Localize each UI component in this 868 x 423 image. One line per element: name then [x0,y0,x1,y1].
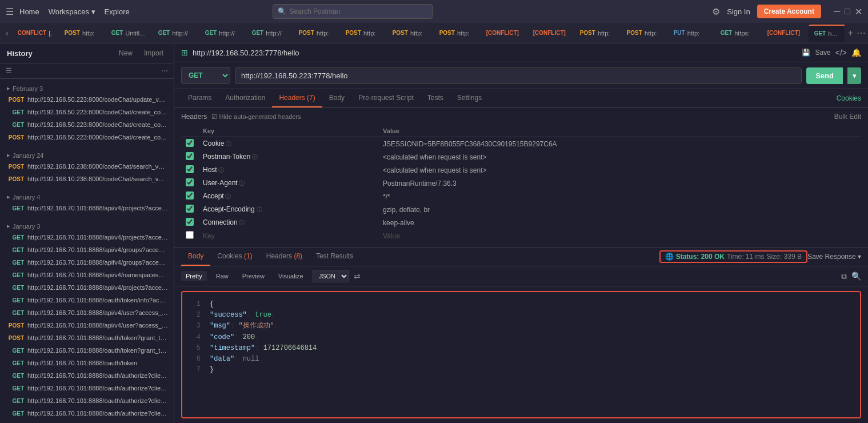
home-link[interactable]: Home [19,7,39,16]
tab-item[interactable]: GEThttp:✕ [809,25,845,42]
history-item[interactable]: POSThttp://192.168.50.223:8000/codeChat/… [0,131,174,143]
tab-item[interactable]: GEThttp:// [246,25,292,42]
history-item[interactable]: GEThttp://192.168.70.101:8888/api/v4/pro… [0,202,174,214]
history-item[interactable]: GEThttp://192.168.70.101:8888/oauth/toke… [0,294,174,306]
view-preview-button[interactable]: Preview [238,271,269,281]
add-tab-button[interactable]: + [845,28,857,38]
resp-tab-test-results[interactable]: Test Results [309,248,360,266]
history-item[interactable]: GEThttp://192.168.70.101:8888/oauth/toke… [0,357,174,369]
search-bar[interactable]: 🔍 [273,4,433,19]
minimize-button[interactable]: ─ [834,6,840,17]
explore-link[interactable]: Explore [105,7,130,16]
tab-authorization[interactable]: Authorization [218,89,272,107]
info-icon[interactable]: ⓘ [238,180,245,186]
method-select[interactable]: GET POST PUT DELETE PATCH [181,67,230,84]
cookies-link[interactable]: Cookies [837,94,861,102]
history-item[interactable]: GEThttp://192.168.70.101:8888/api/v4/pro… [0,281,174,294]
info-icon[interactable]: ⓘ [250,154,258,160]
info-icon[interactable]: ⓘ [224,141,231,147]
header-checkbox[interactable] [186,152,194,160]
save-button[interactable]: Save [815,49,830,57]
tab-item[interactable]: GEThttps: [715,25,761,42]
create-account-button[interactable]: Create Account [757,5,821,18]
notification-icon[interactable]: 🔔 [851,48,861,57]
history-item[interactable]: GEThttp://192.168.70.101:8888/oauth/toke… [0,344,174,357]
tab-params[interactable]: Params [181,89,218,107]
tab-item[interactable]: GEThttp:// [153,25,198,42]
close-button[interactable]: ✕ [855,6,862,17]
tab-body[interactable]: Body [322,89,351,107]
tab-prev-button[interactable]: ‹ [2,29,12,38]
tab-item[interactable]: POSThttp: [621,25,667,42]
history-item[interactable]: GEThttp://192.168.70.101:8888/oauth/auth… [0,394,174,407]
resp-tab-cookies[interactable]: Cookies (1) [210,248,259,266]
tab-item[interactable]: [CONFLICT][CONFLICT] [481,25,526,42]
history-item[interactable]: POSThttp://192.168.10.238:8000/codeChat/… [0,160,174,173]
history-item[interactable]: GEThttp://192.168.50.223:8000/codeChat/c… [0,106,174,118]
date-label[interactable]: ▸ February 3 [0,81,174,93]
copy-response-button[interactable]: ⧉ [841,272,847,281]
tab-item[interactable]: PUThttp: [668,25,714,42]
header-checkbox[interactable] [186,178,194,186]
header-checkbox[interactable] [186,218,194,226]
workspaces-link[interactable]: Workspaces ▾ [49,7,95,16]
tab-item[interactable]: POSThttp: [434,25,479,42]
history-item[interactable]: GEThttp://192.168.70.101:8888/api/v4/use… [0,306,174,319]
settings-icon[interactable]: ⚙ [712,6,720,17]
info-icon[interactable]: ⓘ [224,193,231,199]
search-input[interactable] [290,7,427,15]
date-label[interactable]: ▸ January 24 [0,148,174,160]
bulk-edit-button[interactable]: Bulk Edit [834,113,861,121]
hide-auto-headers-button[interactable]: ☑ Hide auto-generated headers [211,113,301,121]
history-item[interactable]: POSThttp://192.168.70.101:8888/api/v4/us… [0,319,174,332]
code-button[interactable]: </> [835,48,847,57]
search-response-button[interactable]: 🔍 [851,272,861,281]
send-button[interactable]: Send [806,67,843,84]
tab-item[interactable]: GEThttp:// [199,25,245,42]
info-icon[interactable]: ⓘ [217,167,225,173]
tab-settings[interactable]: Settings [450,89,489,107]
save-response-button[interactable]: Save Response ▾ [807,253,861,261]
import-button[interactable]: Import [141,48,167,58]
history-item[interactable]: POSThttp://192.168.50.223:8000/codeChat/… [0,93,174,106]
filter-icon[interactable]: ☰ [6,67,12,75]
new-button[interactable]: New [115,48,136,58]
format-select[interactable]: JSON XML HTML Text [313,270,349,282]
more-tabs-button[interactable]: ⋯ [857,27,866,38]
tab-item[interactable]: [CONFLICT][CONFLICT] [527,25,573,42]
hamburger-icon[interactable]: ☰ [6,6,14,17]
history-item[interactable]: POSThttp://192.168.10.238:8000/codeChat/… [0,173,174,185]
history-item[interactable]: GEThttp://192.168.70.101:8888/oauth/auth… [0,369,174,382]
tab-item[interactable]: POSThttp: [340,25,386,42]
header-checkbox[interactable] [186,139,194,147]
tab-headers[interactable]: Headers (7) [272,89,322,107]
header-checkbox[interactable] [186,165,194,173]
tab-tests[interactable]: Tests [421,89,450,107]
tab-item[interactable]: [CONFLICT][CONFLICT] [762,25,807,42]
header-empty-checkbox[interactable] [186,231,194,239]
history-item[interactable]: GEThttp://192.168.70.101:8888/api/v4/pro… [0,231,174,244]
view-pretty-button[interactable]: Pretty [181,271,207,281]
tab-item[interactable]: POSThttp: [59,25,105,42]
history-item[interactable]: GEThttp://192.168.50.223:8000/codeChat/c… [0,118,174,131]
history-item[interactable]: GEThttp://192.168.70.101:8888/oauth/auth… [0,407,174,420]
info-icon[interactable]: ⓘ [238,220,245,226]
send-dropdown-button[interactable]: ▾ [847,67,861,84]
wrap-button[interactable]: ⇄ [354,272,361,281]
resp-tab-headers[interactable]: Headers (8) [259,248,309,266]
tab-item[interactable]: POSThttp: [293,25,339,42]
header-checkbox[interactable] [186,205,194,213]
date-label[interactable]: ▸ January 4 [0,190,174,202]
header-checkbox[interactable] [186,191,194,199]
tab-item[interactable]: GETUntitl... [106,25,151,42]
sidebar-more-icon[interactable]: ⋯ [161,67,168,75]
date-label[interactable]: ▸ January 3 [0,219,174,231]
info-icon[interactable]: ⓘ [255,206,262,213]
tab-prerequest[interactable]: Pre-request Script [351,89,421,107]
sign-in-button[interactable]: Sign In [727,7,750,16]
view-raw-button[interactable]: Raw [211,271,233,281]
history-item[interactable]: GEThttp://192.168.70.101:8888/api/v4/gro… [0,244,174,256]
history-item[interactable]: GEThttp://192.168.70.101:8888/api/v4/nam… [0,269,174,281]
tab-item[interactable]: POSThttp: [387,25,433,42]
history-item[interactable]: GEThttp://192.168.70.101:8888/oauth/auth… [0,382,174,394]
